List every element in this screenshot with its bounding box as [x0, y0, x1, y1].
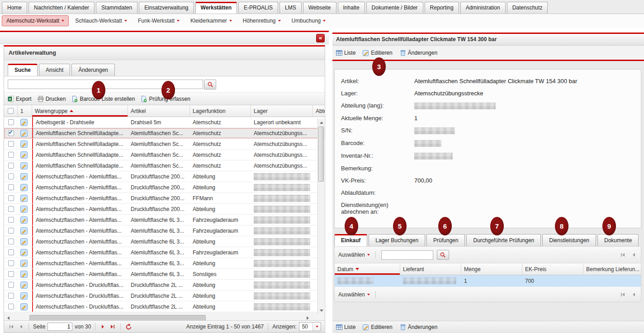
first-page-icon[interactable] [619, 291, 626, 298]
vertical-scrollbar[interactable] [317, 119, 324, 314]
column-header-lagerfunktion[interactable]: Lagerfunktion [190, 105, 251, 117]
edit-pencil-icon[interactable] [20, 292, 28, 300]
left-panel-tab[interactable]: Ansicht [39, 64, 70, 76]
table-row[interactable]: Atemschutzflaschen - Atemluftflas... Ate… [4, 225, 325, 236]
detail-tab[interactable]: Prüfungen [426, 234, 465, 246]
edit-pencil-icon[interactable] [20, 173, 28, 180]
row-checkbox[interactable] [8, 141, 14, 147]
aenderungen-button[interactable]: Änderungen [400, 324, 437, 330]
detail-tab[interactable]: Lager Buchungen [369, 234, 425, 246]
top-tab[interactable]: E-PROALIS [238, 2, 278, 14]
table-row[interactable]: Atemschutzflaschen - Atemluftflas... Ate… [4, 269, 325, 280]
edit-pencil-icon[interactable] [20, 281, 28, 289]
auswaehlen-dropdown[interactable]: Auswählen [338, 252, 370, 258]
table-row[interactable]: Atemschutzflaschen - Atemluftflas... Dru… [4, 182, 325, 193]
top-tab[interactable]: Inhalte [338, 2, 365, 14]
edit-pencil-icon[interactable] [20, 141, 28, 148]
top-tab[interactable]: Stammdaten [96, 2, 137, 14]
workshop-menu-item[interactable]: Schlauch-Werkstatt [71, 15, 132, 26]
edit-pencil-icon[interactable] [20, 195, 28, 202]
workshop-menu-item[interactable]: Atemschutz-Werkstatt [2, 15, 69, 26]
export-button[interactable]: X Export [8, 96, 32, 102]
top-tab[interactable]: Reporting [425, 2, 459, 14]
detail-tab[interactable]: Dienstleistungen [542, 234, 596, 246]
page-number-input[interactable] [47, 323, 72, 331]
search-button[interactable] [204, 80, 216, 89]
row-checkbox[interactable] [8, 184, 14, 190]
table-row[interactable]: Atemschutzflaschen - Druckluftflas... Dr… [4, 291, 325, 301]
einkauf-table-row[interactable]: 1 700 [335, 275, 641, 287]
edit-pencil-icon[interactable] [20, 227, 28, 235]
row-checkbox[interactable] [8, 239, 14, 244]
column-header-lager[interactable]: Lager [251, 105, 313, 117]
column-header-datum[interactable]: Datum [335, 263, 400, 275]
column-header-lieferant[interactable]: Lieferant [400, 263, 461, 275]
top-tab[interactable]: Einsatzverwaltung [139, 2, 194, 14]
column-header-abteilung[interactable]: Abte [313, 105, 325, 117]
left-panel-tab[interactable]: Änderungen [71, 64, 114, 76]
select-all-checkbox-cell[interactable] [4, 105, 18, 117]
first-page-icon[interactable] [619, 251, 626, 258]
table-row[interactable]: Arbeitsgerät - Drahtseile Drahtseil 5m A… [4, 117, 325, 128]
top-tab[interactable]: Werkstätten [195, 2, 237, 14]
einkauf-search-button[interactable] [437, 250, 449, 260]
edit-pencil-icon[interactable] [20, 216, 28, 224]
workshop-menu-item[interactable]: Funk-Werkstatt [133, 15, 184, 26]
prev-page-icon[interactable] [630, 291, 637, 298]
top-tab[interactable]: LMS [279, 2, 302, 14]
row-checkbox[interactable] [8, 271, 14, 277]
table-row[interactable]: Atemschutzflaschen - Atemluftflas... Ate… [4, 247, 325, 258]
row-checkbox[interactable] [8, 174, 14, 179]
row-checkbox[interactable] [8, 249, 14, 255]
row-checkbox[interactable] [8, 293, 14, 299]
table-row[interactable]: Atemschutzflaschen - Atemluftflas... Dru… [4, 171, 325, 182]
einkauf-search-input[interactable] [381, 250, 433, 260]
table-row[interactable]: Atemluftflaschen Schnellfülladapte... At… [4, 139, 325, 150]
prev-page-icon[interactable] [17, 323, 24, 330]
workshop-menu-item[interactable]: Kleiderkammer [186, 15, 237, 26]
column-header-menge[interactable]: Menge [461, 263, 522, 275]
top-tab[interactable]: Dokumente / Bilder [366, 2, 423, 14]
table-row[interactable]: Atemschutzflaschen - Atemluftflas... Ate… [4, 236, 325, 247]
top-tab[interactable]: Datenschutz [507, 2, 548, 14]
liste-button[interactable]: Liste [336, 324, 355, 330]
edit-pencil-icon[interactable] [20, 162, 28, 169]
print-button[interactable]: Drucken [38, 96, 66, 102]
table-row[interactable]: Atemluftflaschen Schnellfülladapte... At… [4, 160, 325, 171]
table-row[interactable]: Atemluftflaschen Schnellfülladapte... At… [4, 128, 325, 139]
column-header-bemerkung[interactable]: Bemerkung Lieferun... [583, 263, 641, 275]
scroll-up-arrow[interactable] [318, 119, 325, 126]
row-checkbox[interactable] [8, 152, 14, 158]
page-size-select[interactable]: 50 [299, 322, 321, 331]
row-checkbox[interactable] [8, 195, 14, 201]
scrollbar-thumb[interactable] [318, 127, 324, 182]
row-checkbox[interactable] [8, 119, 14, 125]
detail-tab[interactable]: Dokumente [597, 234, 639, 246]
prev-page-icon[interactable] [630, 251, 637, 258]
edit-pencil-icon[interactable] [20, 119, 28, 126]
edit-pencil-icon[interactable] [20, 303, 28, 310]
top-tab[interactable]: Administration [460, 2, 506, 14]
row-checkbox[interactable] [8, 163, 14, 169]
editieren-button[interactable]: Editieren [363, 50, 392, 56]
row-checkbox[interactable] [8, 217, 14, 223]
row-checkbox[interactable] [8, 260, 14, 266]
edit-pencil-icon[interactable] [20, 206, 28, 213]
last-page-icon[interactable] [109, 323, 116, 330]
editieren-button[interactable]: Editieren [363, 324, 392, 330]
table-row[interactable]: Atemschutzflaschen - Atemluftflas... Dru… [4, 204, 325, 215]
scroll-down-arrow[interactable] [318, 307, 325, 314]
liste-button[interactable]: Liste [336, 50, 355, 56]
table-row[interactable]: Atemschutzflaschen - Atemluftflas... Dru… [4, 193, 325, 204]
left-panel-tab[interactable]: Suche [8, 64, 38, 76]
edit-pencil-icon[interactable] [20, 249, 28, 256]
row-checkbox[interactable] [8, 130, 14, 136]
edit-pencil-icon[interactable] [20, 271, 28, 278]
workshop-menu-item[interactable]: Höhenrettung [238, 15, 285, 26]
next-page-icon[interactable] [99, 323, 107, 330]
workshop-menu-item[interactable]: Umbuchung [287, 15, 331, 26]
row-checkbox[interactable] [8, 282, 14, 288]
aenderungen-button[interactable]: Änderungen [400, 50, 437, 56]
edit-pencil-icon[interactable] [20, 130, 28, 137]
edit-pencil-icon[interactable] [20, 238, 28, 245]
